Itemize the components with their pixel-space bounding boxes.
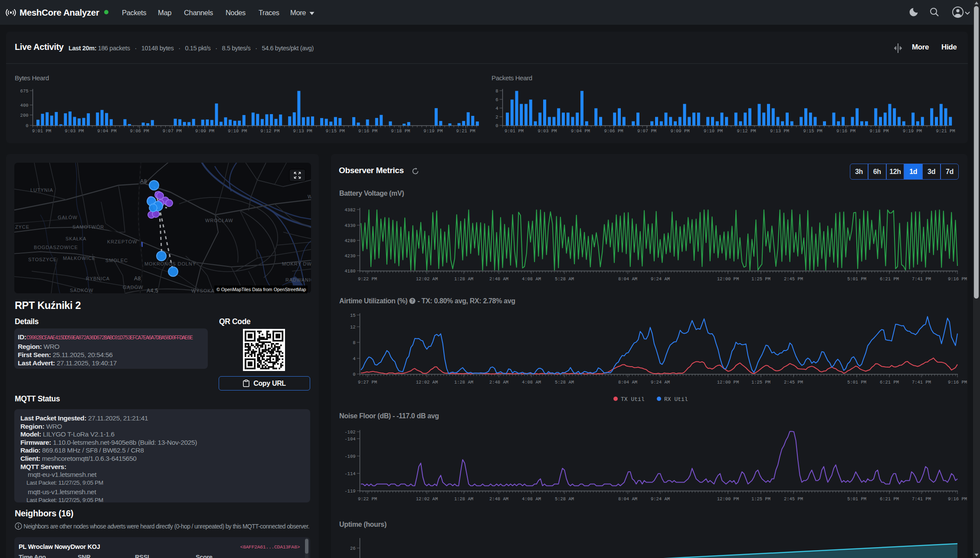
svg-text:6:21 PM: 6:21 PM <box>880 496 899 502</box>
svg-text:9:15 PM: 9:15 PM <box>803 128 822 134</box>
svg-text:-104: -104 <box>344 437 355 442</box>
svg-text:5:01 PM: 5:01 PM <box>847 276 866 282</box>
svg-text:6:21 PM: 6:21 PM <box>880 276 899 282</box>
svg-text:15: 15 <box>350 313 356 318</box>
svg-text:6: 6 <box>495 97 498 102</box>
svg-text:12:00 PM: 12:00 PM <box>717 380 739 385</box>
svg-text:2:45 PM: 2:45 PM <box>784 496 803 502</box>
svg-text:4330: 4330 <box>344 223 355 228</box>
svg-text:9:01 PM: 9:01 PM <box>32 128 51 134</box>
svg-text:-102: -102 <box>344 430 355 435</box>
svg-text:4:08 AM: 4:08 AM <box>522 380 541 385</box>
svg-text:© OpenMapTiles Data from OpenS: © OpenMapTiles Data from OpenStreetMap <box>216 287 306 292</box>
svg-text:WROCŁAW: WROCŁAW <box>205 218 233 223</box>
svg-text:8: 8 <box>495 89 498 94</box>
svg-text:12:00 PM: 12:00 PM <box>717 496 739 502</box>
svg-text:9:07 PM: 9:07 PM <box>163 128 182 134</box>
svg-text:6:21 PM: 6:21 PM <box>880 380 899 385</box>
svg-text:9:16 PM: 9:16 PM <box>358 128 377 134</box>
svg-text:9:04 PM: 9:04 PM <box>97 128 116 134</box>
svg-text:2:48 AM: 2:48 AM <box>489 276 508 282</box>
svg-text:SAMOTWÓR: SAMOTWÓR <box>72 224 104 230</box>
svg-text:8:04 AM: 8:04 AM <box>618 496 637 502</box>
svg-text:0: 0 <box>26 123 28 128</box>
svg-text:-119: -119 <box>344 489 355 494</box>
svg-text:-109: -109 <box>344 454 355 459</box>
svg-text:9:22 PM: 9:22 PM <box>358 496 377 502</box>
svg-text:9:06 PM: 9:06 PM <box>604 128 623 134</box>
svg-text:9:13 PM: 9:13 PM <box>770 128 789 134</box>
svg-text:1:28 AM: 1:28 AM <box>454 276 473 282</box>
svg-text:SKAŁKA: SKAŁKA <box>66 236 86 241</box>
svg-text:9:16 PM: 9:16 PM <box>948 496 967 502</box>
svg-text:2:48 AM: 2:48 AM <box>489 496 508 502</box>
svg-text:9:16 PM: 9:16 PM <box>836 128 855 134</box>
svg-text:7:41 PM: 7:41 PM <box>912 276 931 282</box>
svg-text:4: 4 <box>495 106 498 111</box>
svg-text:4: 4 <box>353 356 355 361</box>
svg-text:26: 26 <box>350 546 356 551</box>
svg-text:2:45 PM: 2:45 PM <box>784 276 803 282</box>
svg-text:400: 400 <box>20 103 29 108</box>
svg-text:GĄDÓW: GĄDÓW <box>123 285 143 290</box>
svg-text:9:18 PM: 9:18 PM <box>869 128 888 134</box>
svg-text:LUTYNIA: LUTYNIA <box>30 187 53 193</box>
svg-text:2:48 AM: 2:48 AM <box>489 380 508 385</box>
svg-text:TX Util: TX Util <box>621 396 645 403</box>
svg-text:12:02 AM: 12:02 AM <box>416 496 438 502</box>
svg-text:4:08 AM: 4:08 AM <box>522 276 541 282</box>
svg-text:9:27 PM: 9:27 PM <box>358 380 377 385</box>
svg-text:0: 0 <box>353 372 355 377</box>
svg-text:RADWANICE: RADWANICE <box>285 277 311 282</box>
svg-text:SMOLEC: SMOLEC <box>105 258 128 263</box>
svg-text:4280: 4280 <box>344 238 355 243</box>
svg-text:ZYCE: ZYCE <box>15 224 29 230</box>
svg-text:9:01 PM: 9:01 PM <box>505 128 524 134</box>
svg-text:BOGDASZOWICE: BOGDASZOWICE <box>34 245 78 250</box>
svg-text:4:08 AM: 4:08 AM <box>522 496 541 502</box>
svg-text:9:16 PM: 9:16 PM <box>948 380 967 385</box>
svg-text:9:24 AM: 9:24 AM <box>651 276 670 282</box>
svg-text:9:19 PM: 9:19 PM <box>423 128 442 134</box>
svg-text:MOKRY DWÓR: MOKRY DWÓR <box>282 261 311 266</box>
svg-text:9:24 AM: 9:24 AM <box>651 496 670 502</box>
svg-text:9:21 PM: 9:21 PM <box>936 128 955 134</box>
svg-text:2: 2 <box>495 115 498 120</box>
svg-text:9:19 PM: 9:19 PM <box>903 128 922 134</box>
svg-text:4230: 4230 <box>344 253 355 259</box>
svg-text:12:02 AM: 12:02 AM <box>416 276 438 282</box>
svg-text:WIL: WIL <box>308 194 311 199</box>
svg-text:STOSZYCE: STOSZYCE <box>28 257 57 262</box>
svg-text:8:04 AM: 8:04 AM <box>618 276 637 282</box>
svg-text:12:00 PM: 12:00 PM <box>717 276 739 282</box>
svg-text:SADKÓW: SADKÓW <box>70 288 93 293</box>
svg-text:KRZEPTÓW: KRZEPTÓW <box>107 239 138 244</box>
svg-text:12:02 AM: 12:02 AM <box>416 380 438 385</box>
svg-text:5:28 AM: 5:28 AM <box>555 276 574 282</box>
svg-text:MOKRONOS DOLNY: MOKRONOS DOLNY <box>144 261 196 266</box>
svg-text:1:28 AM: 1:28 AM <box>454 380 473 385</box>
svg-text:GAŁÓW: GAŁÓW <box>58 215 77 220</box>
svg-text:9:12 PM: 9:12 PM <box>260 128 279 134</box>
svg-text:-114: -114 <box>344 471 355 476</box>
svg-text:5:28 AM: 5:28 AM <box>555 380 574 385</box>
svg-text:9:12 PM: 9:12 PM <box>737 128 756 134</box>
svg-text:675: 675 <box>20 89 29 94</box>
svg-text:9:10 PM: 9:10 PM <box>704 128 723 134</box>
svg-text:A8: A8 <box>140 178 147 184</box>
svg-text:9:03 PM: 9:03 PM <box>65 128 84 134</box>
svg-text:1:28 AM: 1:28 AM <box>454 496 473 502</box>
svg-text:4180: 4180 <box>344 269 355 274</box>
svg-text:9:16 PM: 9:16 PM <box>948 276 967 282</box>
svg-text:9:09 PM: 9:09 PM <box>670 128 689 134</box>
svg-text:MAŁKOWICE: MAŁKOWICE <box>63 256 95 261</box>
svg-text:9:22 PM: 9:22 PM <box>358 276 377 282</box>
svg-text:9:10 PM: 9:10 PM <box>228 128 247 134</box>
svg-text:4382: 4382 <box>344 207 355 213</box>
svg-text:7:41 PM: 7:41 PM <box>912 496 931 502</box>
svg-text:9:24 AM: 9:24 AM <box>651 380 670 385</box>
svg-text:WYSOKA: WYSOKA <box>191 288 215 293</box>
svg-text:9:04 PM: 9:04 PM <box>571 128 590 134</box>
svg-text:2:45 PM: 2:45 PM <box>784 380 803 385</box>
svg-text:5:01 PM: 5:01 PM <box>847 496 866 502</box>
